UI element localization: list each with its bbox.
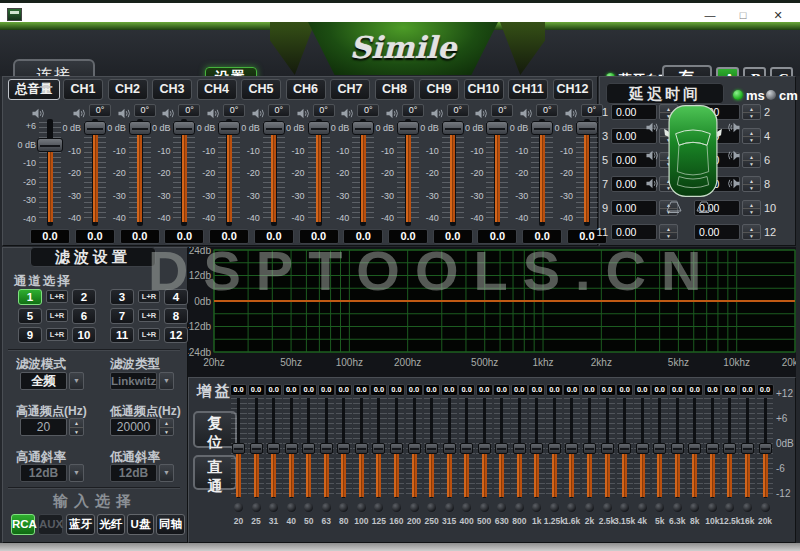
- eq-band-thumb[interactable]: [548, 443, 561, 454]
- spinner-up-icon[interactable]: ▲: [743, 225, 760, 232]
- eq-band-thumb[interactable]: [460, 443, 473, 454]
- eq-band-thumb[interactable]: [706, 443, 719, 454]
- lr-link-button[interactable]: L+R: [138, 328, 160, 341]
- eq-band-thumb[interactable]: [495, 443, 508, 454]
- spinner-up-icon[interactable]: ▲: [743, 153, 760, 160]
- hp-slope-dropdown-arrow-icon[interactable]: ▼: [69, 464, 84, 482]
- input-option-6[interactable]: 同轴: [156, 514, 185, 535]
- eq-band-thumb[interactable]: [355, 443, 368, 454]
- spinner-down-icon[interactable]: ▼: [743, 208, 760, 215]
- eq-band-thumb[interactable]: [583, 443, 596, 454]
- hp-slope-select[interactable]: 12dB: [20, 464, 67, 482]
- channel-select-button-8[interactable]: 8: [164, 308, 188, 324]
- channel-select-button-2[interactable]: 2: [72, 289, 96, 305]
- spinner-up-icon[interactable]: ▲: [743, 129, 760, 136]
- tab-ch12[interactable]: CH12: [553, 79, 593, 100]
- filter-mode-dropdown-arrow-icon[interactable]: ▼: [69, 372, 84, 390]
- channel-select-button-11[interactable]: 11: [110, 327, 134, 343]
- phase-button[interactable]: 0°: [178, 104, 200, 117]
- spinner-up-icon[interactable]: ▲: [743, 201, 760, 208]
- delay-spinner[interactable]: ▲▼: [742, 224, 761, 240]
- tab-ch10[interactable]: CH10: [464, 79, 504, 100]
- eq-band-thumb[interactable]: [636, 443, 649, 454]
- eq-band-thumb[interactable]: [513, 443, 526, 454]
- spinner-up-icon[interactable]: ▲: [660, 225, 677, 232]
- eq-band-thumb[interactable]: [530, 443, 543, 454]
- channel-select-button-6[interactable]: 6: [72, 308, 96, 324]
- eq-band-thumb[interactable]: [478, 443, 491, 454]
- eq-band-thumb[interactable]: [320, 443, 333, 454]
- lp-freq-input[interactable]: 20000: [110, 418, 157, 436]
- delay-input[interactable]: 0.00: [694, 224, 740, 240]
- eq-band-thumb[interactable]: [688, 443, 701, 454]
- channel-select-button-9[interactable]: 9: [18, 327, 42, 343]
- phase-button[interactable]: 0°: [536, 104, 558, 117]
- mute-speaker-icon[interactable]: [565, 105, 578, 116]
- channel-select-button-12[interactable]: 12: [164, 327, 188, 343]
- spinner-down-icon[interactable]: ▼: [743, 160, 760, 167]
- phase-button[interactable]: 0°: [491, 104, 513, 117]
- hp-freq-input[interactable]: 20: [20, 418, 67, 436]
- eq-band-thumb[interactable]: [372, 443, 385, 454]
- phase-button[interactable]: 0°: [223, 104, 245, 117]
- tab-ch3[interactable]: CH3: [152, 79, 192, 100]
- phase-button[interactable]: 0°: [134, 104, 156, 117]
- spinner-down-icon[interactable]: ▼: [160, 427, 173, 435]
- eq-band-thumb[interactable]: [285, 443, 298, 454]
- eq-band-thumb[interactable]: [250, 443, 263, 454]
- phase-button[interactable]: 0°: [447, 104, 469, 117]
- lp-slope-select[interactable]: 12dB: [110, 464, 157, 482]
- mute-speaker-icon[interactable]: [252, 105, 265, 116]
- channel-select-button-3[interactable]: 3: [110, 289, 134, 305]
- channel-select-button-4[interactable]: 4: [164, 289, 188, 305]
- delay-spinner[interactable]: ▲▼: [742, 176, 761, 192]
- eq-band-thumb[interactable]: [232, 443, 245, 454]
- input-option-3[interactable]: 蓝牙: [66, 514, 95, 535]
- phase-button[interactable]: 0°: [313, 104, 335, 117]
- tab-ch9[interactable]: CH9: [419, 79, 459, 100]
- mute-speaker-icon[interactable]: [431, 105, 444, 116]
- filter-type-select[interactable]: Linkwitz: [110, 372, 157, 390]
- minimize-button[interactable]: —: [698, 5, 722, 23]
- delay-input[interactable]: 0.00: [611, 200, 657, 216]
- spinner-down-icon[interactable]: ▼: [743, 184, 760, 191]
- freq-spinner[interactable]: ▲▼: [159, 418, 174, 436]
- mute-speaker-icon[interactable]: [386, 105, 399, 116]
- mute-speaker-icon[interactable]: [162, 105, 175, 116]
- eq-band-thumb[interactable]: [425, 443, 438, 454]
- close-button[interactable]: ✕: [766, 5, 790, 23]
- mute-speaker-icon[interactable]: [475, 105, 488, 116]
- eq-band-thumb[interactable]: [618, 443, 631, 454]
- cm-radio[interactable]: [766, 90, 776, 100]
- delay-spinner[interactable]: ▲▼: [742, 104, 761, 120]
- mute-speaker-icon[interactable]: [73, 105, 86, 116]
- lp-slope-dropdown-arrow-icon[interactable]: ▼: [159, 464, 174, 482]
- mute-speaker-icon[interactable]: [118, 105, 131, 116]
- spinner-down-icon[interactable]: ▼: [743, 136, 760, 143]
- spinner-down-icon[interactable]: ▼: [743, 112, 760, 119]
- eq-band-thumb[interactable]: [759, 443, 772, 454]
- phase-button[interactable]: 0°: [357, 104, 379, 117]
- input-option-4[interactable]: 光纤: [97, 514, 125, 535]
- tab-ch1[interactable]: CH1: [63, 79, 103, 100]
- filter-type-dropdown-arrow-icon[interactable]: ▼: [159, 372, 174, 390]
- lr-link-button[interactable]: L+R: [46, 309, 68, 322]
- eq-band-thumb[interactable]: [302, 443, 315, 454]
- delay-spinner[interactable]: ▲▼: [742, 128, 761, 144]
- eq-band-thumb[interactable]: [653, 443, 666, 454]
- delay-spinner[interactable]: ▲▼: [742, 200, 761, 216]
- eq-band-thumb[interactable]: [443, 443, 456, 454]
- freq-spinner[interactable]: ▲▼: [69, 418, 84, 436]
- eq-band-thumb[interactable]: [267, 443, 280, 454]
- channel-select-button-10[interactable]: 10: [72, 327, 96, 343]
- lr-link-button[interactable]: L+R: [138, 309, 160, 322]
- mute-speaker-icon[interactable]: [341, 105, 354, 116]
- tab-ch7[interactable]: CH7: [330, 79, 370, 100]
- eq-band-thumb[interactable]: [671, 443, 684, 454]
- input-option-2[interactable]: AUX: [38, 514, 63, 535]
- filter-mode-select[interactable]: 全频: [20, 372, 67, 390]
- delay-spinner[interactable]: ▲▼: [742, 152, 761, 168]
- phase-button[interactable]: 0°: [402, 104, 424, 117]
- tab-ch4[interactable]: CH4: [197, 79, 237, 100]
- lr-link-button[interactable]: L+R: [138, 290, 160, 303]
